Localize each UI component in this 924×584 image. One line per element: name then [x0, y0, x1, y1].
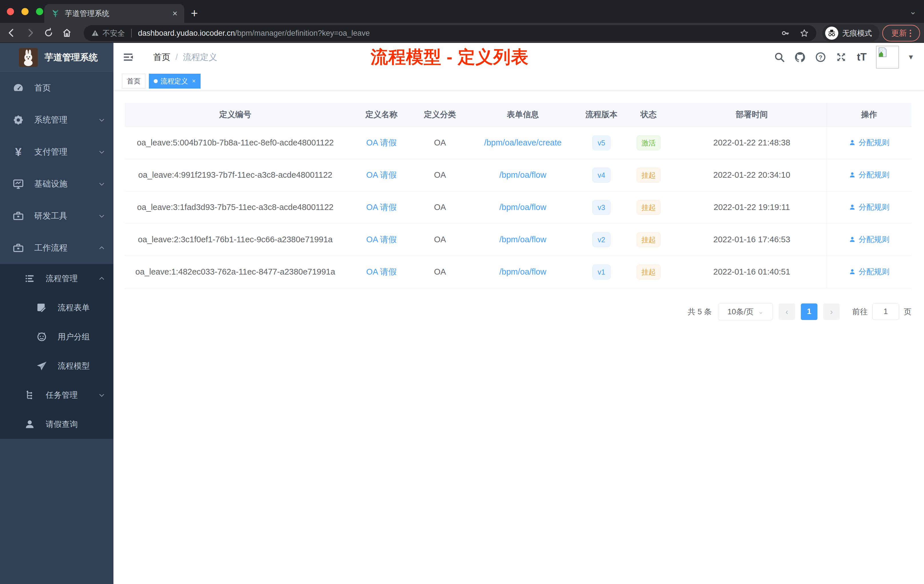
form-link[interactable]: /bpm/oa/flow	[500, 170, 546, 180]
tag-label: 流程定义	[160, 77, 188, 86]
tag-process-definition[interactable]: 流程定义 ×	[149, 74, 201, 89]
new-tab-button[interactable]: +	[191, 5, 198, 22]
url-path[interactable]: /bpm/manager/definition?key=oa_leave	[235, 29, 370, 38]
page-number-button[interactable]: 1	[801, 304, 817, 320]
tag-close-icon[interactable]: ×	[192, 78, 196, 85]
bookmark-star-icon[interactable]	[800, 28, 809, 38]
fullscreen-icon[interactable]	[835, 51, 847, 63]
window-close-button[interactable]	[7, 8, 14, 15]
sidebar-item-infrastructure[interactable]: 基础设施	[0, 168, 114, 200]
forward-icon[interactable]	[24, 26, 36, 39]
form-link[interactable]: /bpm/oa/flow	[500, 267, 546, 276]
dashboard-icon	[12, 82, 25, 94]
sidebar-logo[interactable]: 芋道管理系统	[0, 43, 114, 72]
avatar-caret-down-icon[interactable]: ▼	[908, 53, 914, 61]
goto-page-input[interactable]	[872, 304, 899, 320]
tab-search-chevron-icon[interactable]: ⌄	[909, 6, 917, 16]
browser-update-button[interactable]: 更新	[882, 25, 920, 41]
status-badge: 挂起	[637, 200, 660, 215]
sidebar-item-payment[interactable]: ¥ 支付管理	[0, 136, 114, 168]
github-icon[interactable]	[794, 51, 806, 63]
definition-name-link[interactable]: OA 请假	[366, 267, 396, 276]
sidebar-item-dev-tools[interactable]: 研发工具	[0, 200, 114, 232]
cell-category: OA	[417, 127, 463, 159]
assign-rule-button[interactable]: 分配规则	[848, 234, 889, 244]
user-icon	[848, 139, 856, 146]
active-tag-dot	[154, 79, 158, 83]
form-link[interactable]: /bpm/oa/flow	[500, 235, 546, 244]
home-icon[interactable]	[61, 26, 73, 39]
breadcrumb-home[interactable]: 首页	[153, 51, 170, 63]
page-size-select[interactable]: 10条/页 ⌄	[718, 303, 773, 320]
definition-name-link[interactable]: OA 请假	[366, 235, 396, 244]
select-chevron-down-icon: ⌄	[758, 308, 764, 315]
action-label: 分配规则	[858, 202, 889, 212]
back-icon[interactable]	[5, 26, 18, 39]
user-group-icon	[35, 331, 48, 343]
hamburger-icon[interactable]	[123, 51, 134, 63]
sidebar-item-process-management[interactable]: 流程管理	[0, 264, 114, 293]
next-page-button[interactable]: ›	[823, 304, 840, 320]
form-link[interactable]: /bpm/oa/flow	[500, 203, 546, 212]
sidebar-item-workflow[interactable]: 工作流程	[0, 232, 114, 264]
browser-menu-dots-icon[interactable]	[910, 30, 911, 37]
broken-image-icon	[877, 47, 888, 58]
assign-rule-button[interactable]: 分配规则	[848, 170, 889, 180]
sidebar-item-user-group[interactable]: 用户分组	[0, 322, 114, 351]
tab-close-icon[interactable]: ×	[172, 8, 177, 18]
form-link[interactable]: /bpm/oa/leave/create	[484, 138, 562, 147]
window-minimize-button[interactable]	[21, 8, 28, 15]
assign-rule-button[interactable]: 分配规则	[848, 137, 889, 148]
version-badge[interactable]: v1	[592, 265, 610, 279]
action-label: 分配规则	[858, 137, 889, 148]
font-size-icon[interactable]: tT	[855, 51, 868, 63]
sidebar-item-process-model[interactable]: 流程模型	[0, 351, 114, 381]
list-icon	[23, 272, 36, 285]
window-zoom-button[interactable]	[36, 8, 43, 15]
prev-page-button[interactable]: ‹	[779, 304, 795, 320]
sidebar-item-home[interactable]: 首页	[0, 72, 114, 104]
user-icon	[848, 203, 856, 211]
user-avatar[interactable]	[876, 46, 899, 69]
definition-table: 定义编号 定义名称 定义分类 表单信息 流程版本 状态 部署时间 操作 oa_l…	[125, 103, 911, 288]
definition-name-link[interactable]: OA 请假	[366, 203, 396, 212]
version-badge[interactable]: v3	[592, 200, 610, 215]
tag-home[interactable]: 首页	[122, 74, 145, 89]
security-label[interactable]: 不安全	[102, 28, 125, 38]
assign-rule-button[interactable]: 分配规则	[848, 202, 889, 212]
password-key-icon[interactable]	[781, 28, 790, 38]
help-icon[interactable]: ?	[814, 51, 827, 63]
svg-text:?: ?	[819, 54, 822, 61]
sidebar-item-label: 流程模型	[58, 361, 90, 371]
paper-plane-icon	[35, 360, 48, 372]
sidebar-item-leave-query[interactable]: 请假查询	[0, 410, 114, 439]
version-badge[interactable]: v5	[592, 135, 610, 150]
version-badge[interactable]: v2	[592, 232, 610, 247]
address-bar[interactable]: 不安全 dashboard.yudao.iocoder.cn/bpm/manag…	[84, 25, 816, 41]
incognito-badge: 无痕模式	[822, 25, 879, 42]
reload-icon[interactable]	[42, 26, 55, 39]
definition-name-link[interactable]: OA 请假	[366, 170, 396, 180]
version-badge[interactable]: v4	[592, 168, 610, 183]
chevron-down-icon	[98, 212, 106, 220]
user-icon	[848, 268, 856, 276]
status-badge: 挂起	[637, 232, 660, 247]
browser-tab[interactable]: 芋道管理系统 ×	[44, 4, 184, 23]
sidebar-item-label: 任务管理	[46, 390, 78, 401]
window-controls[interactable]	[7, 8, 43, 15]
page-unit-label: 页	[904, 307, 911, 317]
cell-definition-id: oa_leave:1:482ec033-762a-11ec-8477-a2380…	[125, 256, 346, 288]
breadcrumb: 首页 / 流程定义	[153, 51, 217, 63]
sidebar-item-system[interactable]: 系统管理	[0, 104, 114, 136]
url-host[interactable]: dashboard.yudao.iocoder.cn	[138, 29, 235, 38]
update-label[interactable]: 更新	[891, 28, 907, 38]
status-badge: 挂起	[637, 265, 660, 279]
sidebar-item-label: 首页	[34, 82, 51, 94]
definition-name-link[interactable]: OA 请假	[366, 138, 396, 147]
assign-rule-button[interactable]: 分配规则	[848, 267, 889, 277]
action-label: 分配规则	[858, 170, 889, 180]
sidebar-item-process-form[interactable]: 流程表单	[0, 293, 114, 322]
search-icon[interactable]	[773, 51, 786, 63]
sidebar-item-task-management[interactable]: 任务管理	[0, 381, 114, 410]
col-header-form-info: 表单信息	[463, 103, 583, 127]
